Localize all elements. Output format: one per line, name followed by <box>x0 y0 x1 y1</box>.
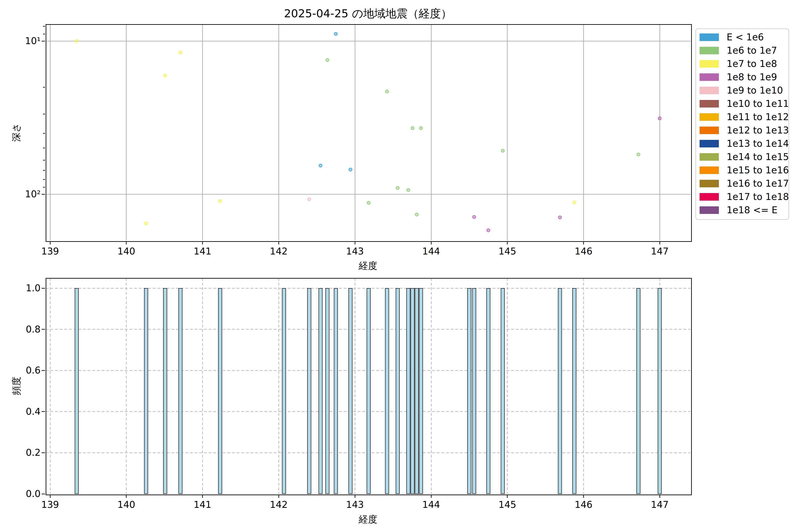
scatter-gridline-v <box>279 24 279 241</box>
legend-label: 1e6 to 1e7 <box>727 46 777 55</box>
legend-swatch <box>700 34 719 41</box>
scatter-xtick <box>279 241 279 245</box>
histogram-xticklabel: 142 <box>270 500 287 509</box>
histogram-ytick <box>42 288 45 289</box>
scatter-point <box>396 186 399 190</box>
scatter-gridline-v <box>431 24 432 241</box>
legend-row: 1e15 to 1e16 <box>696 164 788 177</box>
legend-label: 1e14 to 1e15 <box>727 152 789 162</box>
legend-row: 1e14 to 1e15 <box>696 150 788 164</box>
scatter-point <box>636 152 640 156</box>
scatter-gridline-v <box>126 24 127 241</box>
legend-swatch <box>700 113 719 121</box>
legend-label: 1e11 to 1e12 <box>727 112 789 122</box>
scatter-xticklabel: 147 <box>651 247 668 256</box>
scatter-gridline-v <box>355 24 355 241</box>
legend-label: 1e13 to 1e14 <box>727 139 789 148</box>
scatter-xtick <box>50 241 51 245</box>
histogram-ylabel: 頻度 <box>12 377 21 395</box>
legend-swatch <box>700 87 719 94</box>
scatter-xticklabel: 141 <box>194 247 211 256</box>
histogram-gridline-v <box>126 278 127 494</box>
histogram-xtick <box>507 495 508 498</box>
histogram-xticklabel: 140 <box>117 500 135 509</box>
scatter-point <box>406 188 410 192</box>
histogram-bar <box>472 288 476 494</box>
legend-swatch <box>700 100 719 108</box>
histogram-bar <box>558 288 562 494</box>
histogram-yticklabel: 0.4 <box>26 407 41 416</box>
scatter-point <box>178 51 182 55</box>
scatter-ytick <box>42 41 45 41</box>
histogram-bar <box>75 288 79 494</box>
scatter-xtick <box>660 241 660 245</box>
histogram-bar <box>282 288 286 494</box>
histogram-xticklabel: 144 <box>422 500 440 509</box>
legend-swatch <box>700 127 719 134</box>
histogram-bar <box>144 288 148 494</box>
scatter-ytick-minor <box>43 26 45 26</box>
legend-swatch <box>700 180 719 187</box>
histogram-bar <box>415 288 419 494</box>
scatter-xtick <box>583 241 584 245</box>
legend-row: 1e9 to 1e10 <box>696 84 788 97</box>
scatter-point <box>144 222 148 225</box>
scatter-point <box>326 58 329 62</box>
legend-row: 1e11 to 1e12 <box>696 110 788 124</box>
histogram-xticklabel: 146 <box>575 500 592 509</box>
histogram-gridline-v <box>355 278 355 494</box>
scatter-ytick-minor <box>43 133 45 134</box>
legend-row: 1e10 to 1e11 <box>696 97 788 110</box>
histogram-bar <box>307 288 311 494</box>
histogram-ytick <box>42 370 45 371</box>
legend-swatch <box>700 73 719 81</box>
histogram-xtick <box>355 495 355 498</box>
histogram-bar <box>406 288 410 494</box>
histogram-bar <box>572 288 576 494</box>
histogram-bar <box>636 288 640 494</box>
histogram-yticklabel: 0.8 <box>26 325 41 334</box>
chart-title: 2025-04-25 の地域地震（経度） <box>284 8 452 19</box>
legend-swatch <box>700 167 719 174</box>
histogram-bar <box>385 288 389 494</box>
histogram-xticklabel: 141 <box>194 500 211 509</box>
scatter-gridline-v <box>202 24 203 241</box>
scatter-point <box>411 126 414 130</box>
legend-label: 1e8 to 1e9 <box>727 73 777 82</box>
scatter-yticklabel: 10² <box>25 190 41 199</box>
scatter-ytick <box>42 194 45 195</box>
legend-row: 1e16 to 1e17 <box>696 177 788 190</box>
histogram-xtick <box>202 495 203 498</box>
scatter-point <box>75 39 79 43</box>
legend-swatch <box>700 60 719 68</box>
histogram-bar <box>348 288 353 494</box>
histogram-bar <box>334 288 338 494</box>
legend-row: 1e18 <= E <box>696 204 788 217</box>
scatter-xticklabel: 146 <box>575 247 592 256</box>
legend-label: 1e9 to 1e10 <box>727 86 783 95</box>
histogram-bar <box>411 288 415 494</box>
legend-swatch <box>700 140 719 147</box>
histogram-xticklabel: 139 <box>41 500 59 509</box>
histogram-gridline-v <box>507 278 508 494</box>
scatter-ytick-minor <box>43 179 45 180</box>
histogram-xtick <box>431 495 432 498</box>
scatter-point <box>348 168 352 171</box>
scatter-gridline-h <box>46 41 690 41</box>
legend-label: 1e16 to 1e17 <box>727 179 789 188</box>
scatter-xticklabel: 142 <box>270 247 287 256</box>
scatter-xtick <box>507 241 508 245</box>
scatter-xticklabel: 144 <box>422 247 440 256</box>
histogram-bar <box>419 288 423 494</box>
histogram-bar <box>163 288 167 494</box>
scatter-point <box>486 228 490 232</box>
histogram-xtick <box>279 495 279 498</box>
scatter-gridline-v <box>50 24 51 241</box>
legend-label: 1e7 to 1e8 <box>727 59 777 69</box>
histogram-xtick <box>126 495 127 498</box>
histogram-yticklabel: 0.6 <box>26 366 41 375</box>
histogram-ytick <box>42 452 45 453</box>
legend-label: 1e12 to 1e13 <box>727 126 789 135</box>
scatter-ytick-minor <box>43 114 45 114</box>
legend-label: 1e18 <= E <box>727 206 778 215</box>
